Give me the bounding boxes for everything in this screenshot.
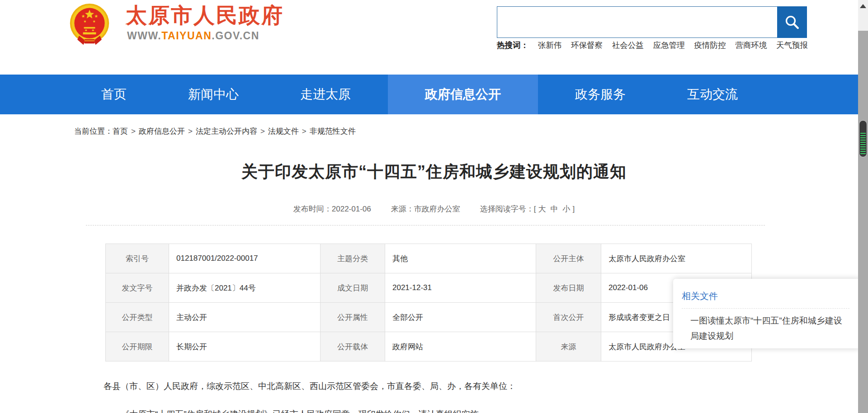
nav-item[interactable]: 互动交流 xyxy=(663,75,762,114)
article-source: 来源：市政府办公室 xyxy=(391,204,460,214)
breadcrumb-separator: > xyxy=(302,127,307,136)
fontsize-bracket-close: ] xyxy=(572,205,575,213)
article-meta: 发布时间：2022-01-06 来源：市政府办公室 选择阅读字号：[大中小] xyxy=(0,204,868,214)
related-files-divider xyxy=(682,308,849,309)
info-table-label: 主题分类 xyxy=(321,244,385,273)
info-table-label: 索引号 xyxy=(106,244,169,273)
info-table-label: 公开主体 xyxy=(536,244,601,273)
fontsize-bracket-open: [ xyxy=(534,205,536,213)
info-table-value: 并政办发〔2021〕44号 xyxy=(169,273,321,303)
fontsize-option[interactable]: 小 xyxy=(562,205,570,213)
hot-search-keyword[interactable]: 社会公益 xyxy=(612,40,644,51)
table-row: 公开期限长期公开公开载体政府网站来源太原市人民政府办公室 xyxy=(106,332,752,361)
related-file-link[interactable]: 一图读懂太原市“十四五”住房和城乡建设局建设规划 xyxy=(690,313,849,344)
search-input[interactable] xyxy=(497,6,777,38)
scrollbar-thumb-stripes xyxy=(860,133,866,155)
body-paragraph: 《太原市“十四五”住房和城乡建设规划》已经市人民政府同意，现印发给你们，请认真组… xyxy=(104,408,764,413)
breadcrumb-link[interactable]: 法定主动公开内容 xyxy=(196,127,257,136)
fontsize-option[interactable]: 中 xyxy=(550,205,558,213)
table-row: 公开类型主动公开公开属性全部公开首次公开形成或者变更之日 xyxy=(106,303,752,332)
site-url-suffix: .GOV.CN xyxy=(212,30,259,42)
national-emblem-icon: ★ ★ ★ ★ xyxy=(68,2,111,48)
search-button[interactable] xyxy=(777,6,807,38)
page-title: 关于印发太原市“十四五”住房和城乡建设规划的通知 xyxy=(0,161,868,183)
related-files-popup: 相关文件 一图读懂太原市“十四五”住房和城乡建设局建设规划 xyxy=(673,279,860,348)
main-nav-items: 首页新闻中心走进太原政府信息公开政务服务互动交流 xyxy=(77,75,762,114)
info-table-value: 政府网站 xyxy=(385,332,536,361)
site-title: 太原市人民政府 xyxy=(126,4,284,27)
info-table-value: 2021-12-31 xyxy=(385,273,536,303)
scrollbar-thumb[interactable] xyxy=(859,120,867,157)
info-table-label: 首次公开 xyxy=(536,303,601,332)
nav-item[interactable]: 政务服务 xyxy=(551,75,650,114)
info-table-label: 发布日期 xyxy=(536,273,601,303)
site-header: ★ ★ ★ ★ 太原市人民政府 WWW.TAIYUAN.GOV.CN xyxy=(0,0,858,75)
svg-text:★: ★ xyxy=(93,19,96,23)
breadcrumb-link[interactable]: 法规文件 xyxy=(268,127,299,136)
info-table-label: 成文日期 xyxy=(321,273,385,303)
table-row: 索引号012187001/2022-00017主题分类其他公开主体太原市人民政府… xyxy=(106,244,752,273)
hot-search-keyword[interactable]: 环保督察 xyxy=(571,40,603,51)
breadcrumb-link[interactable]: 首页 xyxy=(113,127,128,136)
source-value: 市政府办公室 xyxy=(414,205,460,213)
info-table-label: 公开期限 xyxy=(106,332,169,361)
breadcrumb: 当前位置：首页>政府信息公开>法定主动公开内容>法规文件>非规范性文件 xyxy=(74,126,868,136)
info-table-value: 主动公开 xyxy=(169,303,321,332)
document-info-table-body: 索引号012187001/2022-00017主题分类其他公开主体太原市人民政府… xyxy=(106,244,752,361)
nav-item[interactable]: 走进太原 xyxy=(276,75,375,114)
info-table-value: 012187001/2022-00017 xyxy=(169,244,321,273)
fontsize-label: 选择阅读字号： xyxy=(480,205,534,213)
main-nav: 首页新闻中心走进太原政府信息公开政务服务互动交流 xyxy=(0,75,858,114)
site-url: WWW.TAIYUAN.GOV.CN xyxy=(127,30,259,42)
scroll-up-icon xyxy=(860,4,866,8)
fontsize-option[interactable]: 大 xyxy=(538,205,546,213)
document-info-table: 索引号012187001/2022-00017主题分类其他公开主体太原市人民政府… xyxy=(105,244,752,361)
info-table-value: 长期公开 xyxy=(169,332,321,361)
hot-search-keyword[interactable]: 营商环境 xyxy=(735,40,767,51)
hot-search-keyword[interactable]: 张新伟 xyxy=(538,40,562,51)
breadcrumb-location-label: 当前位置： xyxy=(74,127,113,136)
publish-time-value: 2022-01-06 xyxy=(332,205,371,213)
page: ★ ★ ★ ★ 太原市人民政府 WWW.TAIYUAN.GOV.CN xyxy=(0,0,868,413)
hot-search-keyword[interactable]: 天气预报 xyxy=(776,40,808,51)
info-table-label: 公开类型 xyxy=(106,303,169,332)
info-table-value: 全部公开 xyxy=(385,303,536,332)
svg-text:★: ★ xyxy=(94,14,99,19)
related-files-title: 相关文件 xyxy=(682,290,849,302)
page-scrollbar[interactable] xyxy=(858,0,868,413)
hot-search-row: 热搜词： 张新伟环保督察社会公益应急管理疫情防控营商环境天气预报 xyxy=(497,40,808,51)
search-box xyxy=(497,6,807,38)
fontsize-selector: 选择阅读字号：[大中小] xyxy=(480,204,575,214)
scrollbar-up-button[interactable] xyxy=(858,0,868,31)
breadcrumb-separator: > xyxy=(188,127,193,136)
breadcrumb-links: 首页>政府信息公开>法定主动公开内容>法规文件>非规范性文件 xyxy=(113,127,356,136)
table-row: 发文字号并政办发〔2021〕44号成文日期2021-12-31发布日期2022-… xyxy=(106,273,752,303)
hot-search-label: 热搜词： xyxy=(497,40,528,51)
nav-item[interactable]: 新闻中心 xyxy=(164,75,263,114)
nav-item[interactable]: 政府信息公开 xyxy=(388,75,538,114)
breadcrumb-separator: > xyxy=(131,127,136,136)
site-url-prefix: WWW. xyxy=(127,30,161,42)
breadcrumb-link[interactable]: 非规范性文件 xyxy=(310,127,356,136)
hot-search-keyword[interactable]: 应急管理 xyxy=(653,40,685,51)
nav-item[interactable]: 首页 xyxy=(77,75,151,114)
info-table-value: 其他 xyxy=(385,244,536,273)
info-table-label: 来源 xyxy=(536,332,601,361)
info-table-label: 发文字号 xyxy=(106,273,169,303)
info-table-label: 公开载体 xyxy=(321,332,385,361)
svg-text:★: ★ xyxy=(84,19,87,23)
publish-time-label: 发布时间： xyxy=(293,205,332,213)
publish-time: 发布时间：2022-01-06 xyxy=(293,204,371,214)
source-label: 来源： xyxy=(391,205,414,213)
info-table-value: 太原市人民政府办公室 xyxy=(601,244,752,273)
info-table-label: 公开属性 xyxy=(321,303,385,332)
emblem-star: ★ xyxy=(81,14,85,19)
search-icon xyxy=(784,14,800,30)
site-url-domain: TAIYUAN xyxy=(161,30,212,42)
body-paragraph: 各县（市、区）人民政府，综改示范区、中北高新区、西山示范区管委会，市直各委、局、… xyxy=(104,380,764,392)
hot-search-keyword[interactable]: 疫情防控 xyxy=(694,40,726,51)
breadcrumb-separator: > xyxy=(260,127,265,136)
breadcrumb-link[interactable]: 政府信息公开 xyxy=(139,127,185,136)
meta-divider xyxy=(86,225,765,225)
